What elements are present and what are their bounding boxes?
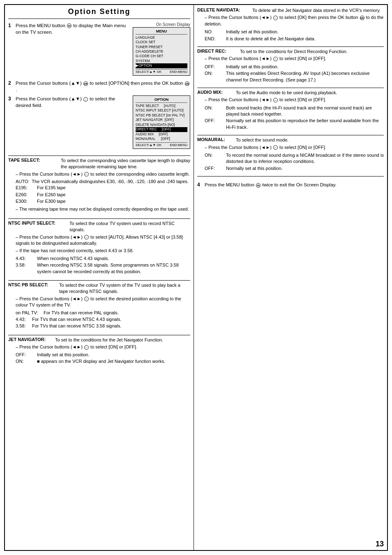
page-number: 13 [376,540,384,548]
audio-mix-on-text: Both sound tracks (the Hi-Fi sound track… [226,105,384,118]
step-2-number: 2 [8,80,14,93]
on-screen-label: On Screen Display [129,22,190,27]
step-1-text: Press the MENU button m to display the M… [16,23,126,35]
menu-item-tape-select: TAPE SELECT [AUTO] [136,104,187,108]
outer-border: Option Setting 1 Press the MENU button m… [4,4,388,551]
ntsc-pb-443: 4.43: For TVs that can receive NTSC 4.43… [16,316,190,323]
menu-icon: m [67,23,71,28]
audio-mix-items: ON: Both sound tracks (the Hi-Fi sound t… [197,105,384,131]
monaural-off: OFF: Normally set at this position. [205,165,384,172]
audio-mix-header: AUDIO MIX: To set the Audio mode to be u… [197,90,384,96]
tape-select-section: TAPE SELECT: To select the corresponding… [8,158,190,214]
direct-rec-name: DIRECT REC: [197,49,238,55]
audio-mix-on-label: ON: [205,105,226,118]
divider-1 [8,156,190,156]
menu-item-direct-rec: DIRECT REC [OFF] [136,127,187,132]
direct-rec-off: OFF: Initially set at this position. [205,64,384,70]
menu-box-1: MENU LANGUAGE CLOCK SET TUNER PRESET CH … [133,27,190,76]
ntsc-358-label: 3.58: [16,262,37,275]
direct-rec-off-label: OFF: [205,64,226,70]
tape-e300: E300: For E300 tape [16,198,190,204]
direct-rec-off-text: Initially set at this position. [226,64,384,70]
delete-nav-no-label: NO: [205,29,226,35]
menu-box-1-bottom: SELECT/▲▼ OKEND:MENU [136,69,187,74]
ntsc-358-text: When recording NTSC 3.58 signals. Some p… [37,262,190,275]
ntsc-pb-pal: on PAL TV: For TVs that can receive PAL … [16,310,190,316]
tape-select-auto: AUTO: The VCR automatically distinguishe… [16,179,190,185]
audio-mix-off-label: OFF: [205,118,226,130]
step-4-number: 4 [197,182,203,188]
ok-icon-3: ok [360,16,364,20]
ntsc-input-desc: To select the colour TV system used to r… [69,221,190,233]
monaural-section: MONAURAL: To select the sound mode. – Pr… [197,137,384,172]
step-4-text: Press the MENU button m twice to exit th… [205,182,337,187]
step-3-number: 3 [8,96,14,151]
delete-nav-name: DELETE NAVIDATA: [197,7,251,14]
r-divider-3 [197,135,384,135]
jet-nav-on-text: ■ appears on the VCR display and Jet Nav… [37,358,190,365]
page-title: Option Setting [8,7,190,19]
step-1-number: 1 [8,23,14,77]
delete-nav-bullet: – Press the Cursor buttons (◄►) ↔ to sel… [205,14,384,27]
direct-rec-on-text: This setting enables Direct Recording. A… [226,70,384,83]
step-1-content: Press the MENU button m to display the M… [16,22,190,77]
tape-e260-text: For E260 tape [37,192,190,198]
jet-nav-on: ON: ■ appears on the VCR display and Jet… [16,358,190,365]
delete-nav-header: DELETE NAVIDATA: To delete all the Jet N… [197,7,384,14]
monaural-off-label: OFF: [205,165,226,172]
r-divider-4 [197,176,384,176]
tape-e300-text: For E300 tape [37,198,190,204]
ntsc-358: 3.58: When recording NTSC 3.58 signals. … [16,262,190,275]
ntsc-443-label: 4.43: [16,255,37,262]
jet-nav-on-label: ON: [16,358,37,365]
ntsc-pb-pal-label: on PAL TV: [16,310,44,316]
delete-nav-end-label: END: [205,36,226,42]
tape-e195-text: For E195 tape [37,185,190,191]
r-divider-1 [197,46,384,47]
lr-icon-2: ↔ [84,235,89,239]
tape-e300-label: E300: [16,198,37,204]
jet-nav-bullet: – Press the Cursor buttons (◄►) ↔ to sel… [16,344,190,350]
jet-nav-off-text: Initially set at this position. [37,352,190,358]
monaural-name: MONAURAL: [197,137,234,143]
step-2-content: Press the Cursor buttons (▲▼) ok to sele… [16,80,190,93]
ntsc-443-text: When recording NTSC 4.43 signals. [37,255,190,262]
delete-nav-section: DELETE NAVIDATA: To delete all the Jet N… [197,7,384,42]
left-column: Option Setting 1 Press the MENU button m… [5,5,194,550]
direct-rec-section: DIRECT REC: To set to the conditions for… [197,49,384,84]
menu-item-system: SYSTEM [136,59,187,63]
menu-item-ntsc-pb: NTSC PB SELECT [on PAL TV] [136,113,187,118]
audio-mix-desc: To set the Audio mode to be used during … [236,90,384,96]
direct-rec-bullet: – Press the Cursor buttons (◄►) ↔ to sel… [205,56,384,62]
delete-nav-desc: To delete all the Jet Navigator data sto… [252,7,384,14]
direct-rec-items: OFF: Initially set at this position. ON:… [197,64,384,83]
lr-icon-5: ↔ [273,16,278,20]
menu-item-monaural: MONAURAL [OFF] [136,137,187,141]
delete-nav-items: NO: Initially set at this position. END:… [197,29,384,42]
ntsc-input-name: NTSC INPUT SELECT: [8,221,68,233]
step-3-row: 3 Press the Cursor buttons (▲▼) ↕ to sel… [8,95,190,151]
ntsc-pb-358: 3.58: For TVs that can receive NTSC 3.58… [16,323,190,329]
menu-item-clock: CLOCK SET [136,40,187,44]
direct-rec-on-label: ON: [205,70,226,83]
menu-item-tuner: TUNER PRESET [136,45,187,49]
jet-nav-off-label: OFF: [16,352,37,358]
tape-select-note: – The remaining tape time may not be dis… [16,206,190,212]
ntsc-pb-bullet: – Press the Cursor buttons (◄►) ↔ to sel… [16,296,190,309]
lr-icon-6: ↔ [273,57,278,61]
ntsc-pb-desc: To select the colour TV system of the TV… [59,282,190,295]
tape-e260-label: E260: [16,192,37,198]
menu-item-ntsc-input: NTSC INPUT SELECT [AUTO] [136,108,187,113]
ntsc-pb-358-text: For TVs that can receive NTSC 3.58 signa… [32,323,190,329]
jet-nav-header: JET NAVIGATOR: To set to the conditions … [8,337,190,343]
monaural-items: ON: To record the normal sound during a … [197,152,384,172]
ntsc-pb-section: NTSC PB SELECT: To select the colour TV … [8,282,190,330]
ok-icon-1: ok [83,81,88,86]
monaural-on-text: To record the normal sound during a NICA… [226,152,384,165]
menu-box-2-bottom: SELECT/▲▼ OKEND:MENU [136,142,187,147]
menu-item-del-nav: DELETE NAVIDATA [NO] [136,123,187,127]
audio-mix-section: AUDIO MIX: To set the Audio mode to be u… [197,90,384,131]
menu-item-language: LANGUAGE [136,35,187,40]
delete-nav-no-text: Initially set at this position. [226,29,384,35]
delete-nav-end-text: It is done to delete all the Jet Navigat… [226,36,384,42]
